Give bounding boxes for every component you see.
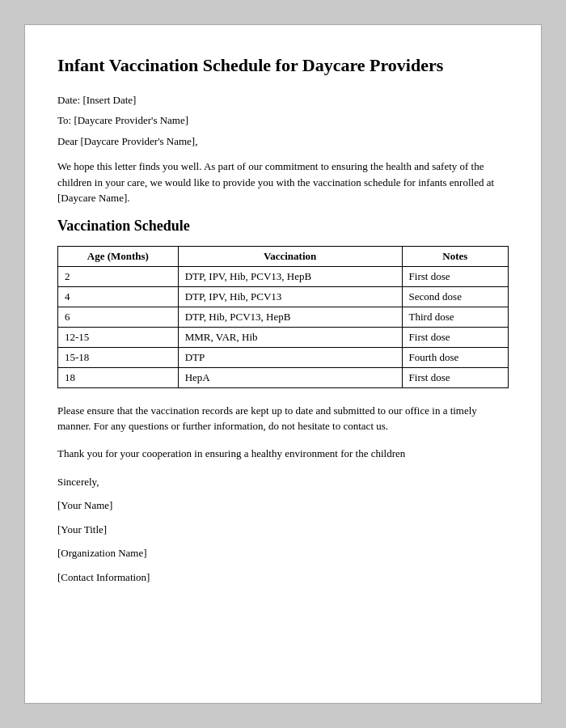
vaccination-table: Age (Months) Vaccination Notes 2DTP, IPV… bbox=[57, 246, 509, 388]
sincerely: Sincerely, bbox=[57, 472, 509, 491]
your-title: [Your Title] bbox=[57, 520, 509, 539]
closing-text-1: Please ensure that the vaccination recor… bbox=[57, 403, 509, 434]
table-row: 18HepAFirst dose bbox=[58, 367, 509, 387]
table-row: 2DTP, IPV, Hib, PCV13, HepBFirst dose bbox=[58, 266, 509, 286]
cell-notes: First dose bbox=[402, 367, 508, 387]
closing-text-2: Thank you for your cooperation in ensuri… bbox=[57, 446, 509, 462]
cell-vaccination: MMR, VAR, Hib bbox=[178, 327, 402, 347]
col-header-age: Age (Months) bbox=[58, 246, 179, 266]
cell-vaccination: DTP bbox=[178, 347, 402, 367]
cell-vaccination: DTP, Hib, PCV13, HepB bbox=[178, 307, 402, 327]
cell-notes: First dose bbox=[402, 266, 508, 286]
salutation: Dear [Daycare Provider's Name], bbox=[57, 133, 509, 150]
intro-text: We hope this letter finds you well. As p… bbox=[57, 159, 509, 206]
date-line: Date: [Insert Date] bbox=[57, 92, 509, 108]
table-header-row: Age (Months) Vaccination Notes bbox=[58, 246, 509, 266]
table-row: 6DTP, Hib, PCV13, HepBThird dose bbox=[58, 307, 509, 327]
signature-section: Sincerely, [Your Name] [Your Title] [Org… bbox=[57, 472, 509, 586]
cell-notes: Second dose bbox=[402, 286, 508, 307]
cell-vaccination: DTP, IPV, Hib, PCV13 bbox=[178, 286, 402, 307]
org-name: [Organization Name] bbox=[57, 544, 509, 562]
cell-notes: Third dose bbox=[402, 307, 508, 327]
col-header-notes: Notes bbox=[402, 246, 508, 266]
to-line: To: [Daycare Provider's Name] bbox=[57, 112, 509, 129]
cell-age: 4 bbox=[58, 286, 179, 307]
cell-age: 6 bbox=[58, 307, 179, 327]
table-row: 12-15MMR, VAR, HibFirst dose bbox=[58, 327, 509, 347]
cell-notes: Fourth dose bbox=[402, 347, 508, 367]
contact-info: [Contact Information] bbox=[57, 568, 509, 586]
cell-age: 12-15 bbox=[58, 327, 179, 347]
page-title: Infant Vaccination Schedule for Daycare … bbox=[57, 54, 509, 78]
document-page: Infant Vaccination Schedule for Daycare … bbox=[24, 24, 542, 704]
col-header-vaccination: Vaccination bbox=[178, 246, 402, 266]
table-row: 4DTP, IPV, Hib, PCV13Second dose bbox=[58, 286, 509, 307]
cell-vaccination: DTP, IPV, Hib, PCV13, HepB bbox=[178, 266, 402, 286]
cell-vaccination: HepA bbox=[178, 367, 402, 387]
section-heading: Vaccination Schedule bbox=[57, 218, 509, 235]
cell-age: 2 bbox=[58, 266, 179, 286]
table-row: 15-18DTPFourth dose bbox=[58, 347, 509, 367]
your-name: [Your Name] bbox=[57, 496, 509, 514]
cell-notes: First dose bbox=[402, 327, 508, 347]
cell-age: 18 bbox=[58, 367, 179, 387]
cell-age: 15-18 bbox=[58, 347, 179, 367]
